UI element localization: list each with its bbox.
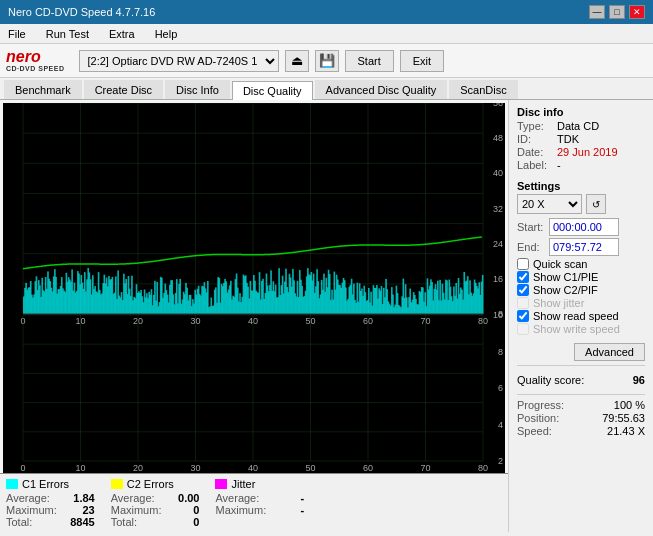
menu-extra[interactable]: Extra bbox=[105, 27, 139, 41]
c2-color-box bbox=[111, 479, 123, 489]
jitter-title: Jitter bbox=[215, 478, 304, 490]
drive-select[interactable]: [2:2] Optiarc DVD RW AD-7240S 1.04 bbox=[79, 50, 279, 72]
c1-total-row: Total: 8845 bbox=[6, 516, 95, 528]
jitter-color-box bbox=[215, 479, 227, 489]
date-row: Date: 29 Jun 2019 bbox=[517, 146, 645, 158]
settings-section: Settings 20 X Maximum 1 X 2 X 4 X 8 X 16… bbox=[517, 180, 645, 361]
menu-file[interactable]: File bbox=[4, 27, 30, 41]
show-jitter-row: Show jitter bbox=[517, 297, 645, 309]
toolbar: nero CD·DVD SPEED [2:2] Optiarc DVD RW A… bbox=[0, 44, 653, 78]
quick-scan-label: Quick scan bbox=[533, 258, 587, 270]
minimize-button[interactable]: — bbox=[589, 5, 605, 19]
disc-info-title: Disc info bbox=[517, 106, 645, 118]
show-jitter-checkbox[interactable] bbox=[517, 297, 529, 309]
c1-average-row: Average: 1.84 bbox=[6, 492, 95, 504]
position-row: Position: 79:55.63 bbox=[517, 412, 645, 424]
menu-run-test[interactable]: Run Test bbox=[42, 27, 93, 41]
show-c1-label: Show C1/PIE bbox=[533, 271, 598, 283]
c2-errors-group: C2 Errors Average: 0.00 Maximum: 0 Total… bbox=[111, 478, 200, 528]
disc-info-section: Disc info Type: Data CD ID: TDK Date: 29… bbox=[517, 106, 645, 172]
c1-title: C1 Errors bbox=[6, 478, 95, 490]
speed-select[interactable]: 20 X Maximum 1 X 2 X 4 X 8 X 16 X 24 X bbox=[517, 194, 582, 214]
c1-errors-group: C1 Errors Average: 1.84 Maximum: 23 Tota… bbox=[6, 478, 95, 528]
c2-total-row: Total: 0 bbox=[111, 516, 200, 528]
main-content: C1 Errors Average: 1.84 Maximum: 23 Tota… bbox=[0, 100, 653, 532]
tab-bar: Benchmark Create Disc Disc Info Disc Qua… bbox=[0, 78, 653, 100]
quick-scan-checkbox[interactable] bbox=[517, 258, 529, 270]
show-write-speed-row: Show write speed bbox=[517, 323, 645, 335]
settings-title: Settings bbox=[517, 180, 645, 192]
tab-create-disc[interactable]: Create Disc bbox=[84, 80, 163, 99]
logo-nero: nero bbox=[6, 49, 65, 65]
show-c2-row: Show C2/PIF bbox=[517, 284, 645, 296]
tab-scandisc[interactable]: ScanDisc bbox=[449, 80, 517, 99]
c2-average-row: Average: 0.00 bbox=[111, 492, 200, 504]
jitter-average-row: Average: - bbox=[215, 492, 304, 504]
progress-row: Progress: 100 % bbox=[517, 399, 645, 411]
refresh-button[interactable]: ↺ bbox=[586, 194, 606, 214]
speed-row-progress: Speed: 21.43 X bbox=[517, 425, 645, 437]
show-c2-checkbox[interactable] bbox=[517, 284, 529, 296]
c2-maximum-row: Maximum: 0 bbox=[111, 504, 200, 516]
start-time-row: Start: bbox=[517, 218, 645, 236]
show-read-speed-checkbox[interactable] bbox=[517, 310, 529, 322]
tab-disc-quality[interactable]: Disc Quality bbox=[232, 81, 313, 100]
left-panel: C1 Errors Average: 1.84 Maximum: 23 Tota… bbox=[0, 100, 508, 532]
quality-score-value: 96 bbox=[633, 374, 645, 386]
tab-disc-info[interactable]: Disc Info bbox=[165, 80, 230, 99]
app-logo: nero CD·DVD SPEED bbox=[6, 49, 65, 72]
start-time-input[interactable] bbox=[549, 218, 619, 236]
maximize-button[interactable]: □ bbox=[609, 5, 625, 19]
end-time-row: End: bbox=[517, 238, 645, 256]
show-write-speed-checkbox[interactable] bbox=[517, 323, 529, 335]
id-row: ID: TDK bbox=[517, 133, 645, 145]
show-c2-label: Show C2/PIF bbox=[533, 284, 598, 296]
quality-score-label: Quality score: bbox=[517, 374, 584, 386]
close-button[interactable]: ✕ bbox=[629, 5, 645, 19]
app-title: Nero CD-DVD Speed 4.7.7.16 bbox=[8, 6, 155, 18]
show-c1-row: Show C1/PIE bbox=[517, 271, 645, 283]
advanced-button[interactable]: Advanced bbox=[574, 343, 645, 361]
right-panel: Disc info Type: Data CD ID: TDK Date: 29… bbox=[508, 100, 653, 532]
stats-bar: C1 Errors Average: 1.84 Maximum: 23 Tota… bbox=[0, 473, 508, 532]
logo-sub: CD·DVD SPEED bbox=[6, 65, 65, 72]
titlebar: Nero CD-DVD Speed 4.7.7.16 — □ ✕ bbox=[0, 0, 653, 24]
start-button[interactable]: Start bbox=[345, 50, 394, 72]
speed-row: 20 X Maximum 1 X 2 X 4 X 8 X 16 X 24 X ↺ bbox=[517, 194, 645, 214]
menubar: File Run Test Extra Help bbox=[0, 24, 653, 44]
c2-title: C2 Errors bbox=[111, 478, 200, 490]
jitter-group: Jitter Average: - Maximum: - bbox=[215, 478, 304, 528]
show-write-speed-label: Show write speed bbox=[533, 323, 620, 335]
quick-scan-row: Quick scan bbox=[517, 258, 645, 270]
tab-advanced-disc-quality[interactable]: Advanced Disc Quality bbox=[315, 80, 448, 99]
tab-benchmark[interactable]: Benchmark bbox=[4, 80, 82, 99]
jitter-maximum-row: Maximum: - bbox=[215, 504, 304, 516]
show-read-speed-row: Show read speed bbox=[517, 310, 645, 322]
end-time-input[interactable] bbox=[549, 238, 619, 256]
eject-button[interactable]: ⏏ bbox=[285, 50, 309, 72]
c1-color-box bbox=[6, 479, 18, 489]
show-read-speed-label: Show read speed bbox=[533, 310, 619, 322]
progress-section: Progress: 100 % Position: 79:55.63 Speed… bbox=[517, 394, 645, 438]
disc-label-row: Label: - bbox=[517, 159, 645, 171]
c1-maximum-row: Maximum: 23 bbox=[6, 504, 95, 516]
show-c1-checkbox[interactable] bbox=[517, 271, 529, 283]
type-row: Type: Data CD bbox=[517, 120, 645, 132]
chart-area bbox=[3, 103, 505, 473]
exit-button[interactable]: Exit bbox=[400, 50, 444, 72]
quality-score-row: Quality score: 96 bbox=[517, 374, 645, 386]
quality-section: Quality score: 96 bbox=[517, 365, 645, 386]
menu-help[interactable]: Help bbox=[151, 27, 182, 41]
show-jitter-label: Show jitter bbox=[533, 297, 584, 309]
save-button[interactable]: 💾 bbox=[315, 50, 339, 72]
titlebar-controls: — □ ✕ bbox=[589, 5, 645, 19]
main-chart bbox=[3, 103, 505, 473]
